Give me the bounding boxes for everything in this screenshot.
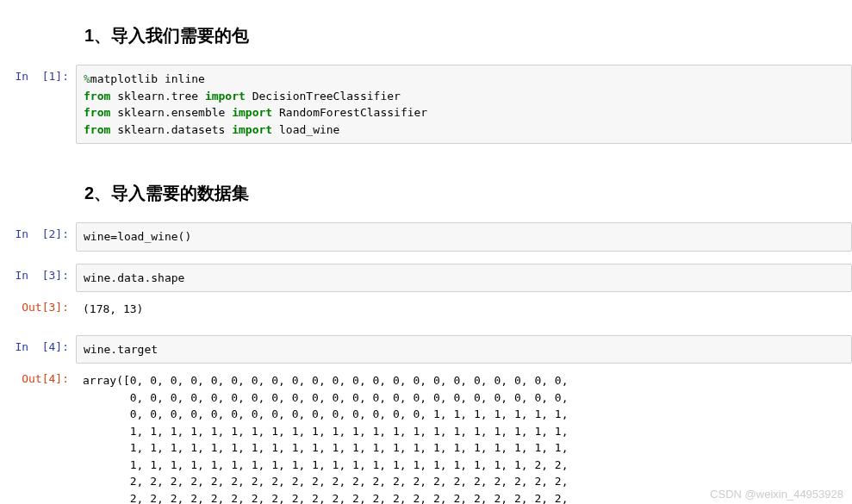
prompt-in-1: In [1]: (0, 65, 76, 88)
output-text-4: array([0, 0, 0, 0, 0, 0, 0, 0, 0, 0, 0, … (76, 367, 852, 504)
code-input-4[interactable]: wine.target (76, 335, 852, 364)
code-input-2[interactable]: wine=load_wine() (76, 222, 852, 252)
prompt-out-4: Out[4]: (0, 367, 76, 390)
notebook: 1、导入我们需要的包 In [1]: %matplotlib inline fr… (0, 0, 852, 504)
input-cell-1: In [1]: %matplotlib inline from sklearn.… (0, 63, 852, 146)
input-cell-4: In [4]: wine.target (0, 333, 852, 366)
output-text-3: (178, 13) (76, 296, 852, 323)
prompt-in-3: In [3]: (0, 264, 76, 287)
output-cell-3: Out[3]: (178, 13) (0, 294, 852, 325)
watermark: CSDN @weixin_44953928 (710, 488, 843, 501)
output-cell-4: Out[4]: array([0, 0, 0, 0, 0, 0, 0, 0, 0… (0, 365, 852, 504)
code-input-1[interactable]: %matplotlib inline from sklearn.tree imp… (76, 65, 852, 144)
code-input-3[interactable]: wine.data.shape (76, 264, 852, 293)
input-cell-3: In [3]: wine.data.shape (0, 262, 852, 295)
prompt-out-3: Out[3]: (0, 296, 76, 319)
prompt-in-4: In [4]: (0, 335, 76, 358)
section-heading-2: 2、导入需要的数据集 (84, 182, 852, 205)
prompt-in-2: In [2]: (0, 222, 76, 246)
section-heading-1: 1、导入我们需要的包 (84, 24, 852, 47)
input-cell-2: In [2]: wine=load_wine() (0, 221, 852, 253)
